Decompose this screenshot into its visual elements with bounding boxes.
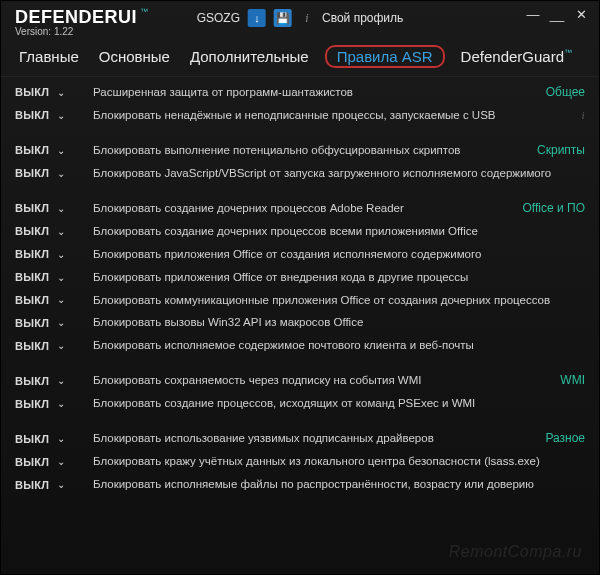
rule-toggle[interactable]: ВЫКЛ⌄: [15, 375, 83, 387]
group-label: WMI: [560, 373, 585, 387]
toggle-state-label: ВЫКЛ: [15, 248, 49, 260]
rule-toggle[interactable]: ВЫКЛ⌄: [15, 167, 83, 179]
close-icon[interactable]: ✕: [573, 7, 589, 21]
rule-toggle[interactable]: ВЫКЛ⌄: [15, 340, 83, 352]
rule-text: Блокировать вызовы Win32 API из макросов…: [93, 315, 589, 330]
toggle-state-label: ВЫКЛ: [15, 109, 49, 121]
content: ОбщееВЫКЛ⌄Расширенная защита от программ…: [1, 77, 599, 574]
toggle-state-label: ВЫКЛ: [15, 479, 49, 491]
rule-text: Расширенная защита от программ-шантажист…: [93, 85, 589, 100]
rule-group: РазноеВЫКЛ⌄Блокировать использование уяз…: [15, 427, 589, 496]
brand: DEFENDERUI ™ Version: 1.22: [15, 7, 148, 37]
chevron-down-icon: ⌄: [55, 110, 67, 121]
chevron-down-icon: ⌄: [55, 272, 67, 283]
rule-text: Блокировать исполняемое содержимое почто…: [93, 338, 589, 353]
rule-text: Блокировать создание процессов, исходящи…: [93, 396, 589, 411]
toggle-state-label: ВЫКЛ: [15, 271, 49, 283]
toggle-state-label: ВЫКЛ: [15, 317, 49, 329]
header-center: GSOZG ↓ 💾 i Свой профиль: [197, 9, 404, 27]
tab-0[interactable]: Главные: [15, 46, 83, 67]
rule-text: Блокировать исполняемые файлы по распрос…: [93, 477, 589, 492]
group-label: Office и ПО: [523, 201, 585, 215]
tabs: ГлавныеОсновныеДополнительныеПравила ASR…: [1, 39, 599, 77]
toggle-state-label: ВЫКЛ: [15, 167, 49, 179]
save-icon[interactable]: 💾: [274, 9, 292, 27]
toggle-state-label: ВЫКЛ: [15, 225, 49, 237]
rule-row: ВЫКЛ⌄Блокировать сохраняемость через под…: [15, 369, 589, 392]
chevron-down-icon: ⌄: [55, 145, 67, 156]
chevron-down-icon: ⌄: [55, 87, 67, 98]
window-controls: — __ ✕: [525, 7, 589, 21]
rule-row: ВЫКЛ⌄Блокировать ненадёжные и неподписан…: [15, 104, 589, 127]
group-label: Общее: [546, 85, 585, 99]
rule-toggle[interactable]: ВЫКЛ⌄: [15, 294, 83, 306]
toggle-state-label: ВЫКЛ: [15, 375, 49, 387]
rule-group: Office и ПОВЫКЛ⌄Блокировать создание доч…: [15, 197, 589, 358]
chevron-down-icon: ⌄: [55, 168, 67, 179]
chevron-down-icon: ⌄: [55, 375, 67, 386]
chevron-down-icon: ⌄: [55, 203, 67, 214]
minimize-icon[interactable]: —: [525, 7, 541, 21]
trademark-icon: ™: [140, 7, 148, 16]
rule-row: ВЫКЛ⌄Блокировать выполнение потенциально…: [15, 139, 589, 162]
chevron-down-icon: ⌄: [55, 317, 67, 328]
toggle-state-label: ВЫКЛ: [15, 456, 49, 468]
tab-1[interactable]: Основные: [95, 46, 174, 67]
chevron-down-icon: ⌄: [55, 456, 67, 467]
rule-text: Блокировать создание дочерних процессов …: [93, 201, 589, 216]
rule-row: ВЫКЛ⌄Блокировать коммуникационные прилож…: [15, 289, 589, 312]
profile-link[interactable]: Свой профиль: [322, 11, 403, 25]
toggle-state-label: ВЫКЛ: [15, 433, 49, 445]
rule-toggle[interactable]: ВЫКЛ⌄: [15, 144, 83, 156]
toggle-state-label: ВЫКЛ: [15, 398, 49, 410]
rule-text: Блокировать ненадёжные и неподписанные п…: [93, 108, 567, 123]
chevron-down-icon: ⌄: [55, 398, 67, 409]
rule-row: ВЫКЛ⌄Блокировать приложения Office от вн…: [15, 266, 589, 289]
chevron-down-icon: ⌄: [55, 226, 67, 237]
rule-toggle[interactable]: ВЫКЛ⌄: [15, 456, 83, 468]
download-icon[interactable]: ↓: [248, 9, 266, 27]
titlebar: DEFENDERUI ™ Version: 1.22 GSOZG ↓ 💾 i С…: [1, 1, 599, 39]
rule-toggle[interactable]: ВЫКЛ⌄: [15, 86, 83, 98]
rule-row: ВЫКЛ⌄Блокировать исполняемые файлы по ра…: [15, 473, 589, 496]
rule-toggle[interactable]: ВЫКЛ⌄: [15, 433, 83, 445]
rule-toggle[interactable]: ВЫКЛ⌄: [15, 202, 83, 214]
rule-group: СкриптыВЫКЛ⌄Блокировать выполнение потен…: [15, 139, 589, 185]
toggle-state-label: ВЫКЛ: [15, 202, 49, 214]
rule-text: Блокировать сохраняемость через подписку…: [93, 373, 589, 388]
info-icon[interactable]: i: [300, 11, 314, 25]
rule-row: ВЫКЛ⌄Блокировать кражу учётных данных из…: [15, 450, 589, 473]
tab-2[interactable]: Дополнительные: [186, 46, 313, 67]
rule-row: ВЫКЛ⌄Блокировать использование уязвимых …: [15, 427, 589, 450]
chevron-down-icon: ⌄: [55, 479, 67, 490]
trademark-icon: ™: [564, 48, 572, 57]
line-icon[interactable]: __: [549, 7, 565, 21]
watermark: RemontCompa.ru: [449, 543, 582, 561]
rule-text: Блокировать приложения Office от внедрен…: [93, 270, 589, 285]
toggle-state-label: ВЫКЛ: [15, 294, 49, 306]
version-label: Version: 1.22: [15, 26, 73, 37]
app-window: DEFENDERUI ™ Version: 1.22 GSOZG ↓ 💾 i С…: [0, 0, 600, 575]
chevron-down-icon: ⌄: [55, 433, 67, 444]
rule-row: ВЫКЛ⌄Блокировать приложения Office от со…: [15, 243, 589, 266]
rule-toggle[interactable]: ВЫКЛ⌄: [15, 248, 83, 260]
rule-row: ВЫКЛ⌄Блокировать JavaScript/VBScript от …: [15, 162, 589, 185]
rule-toggle[interactable]: ВЫКЛ⌄: [15, 398, 83, 410]
tab-3[interactable]: Правила ASR: [325, 45, 445, 68]
rule-toggle[interactable]: ВЫКЛ⌄: [15, 109, 83, 121]
rule-row: ВЫКЛ⌄Блокировать вызовы Win32 API из мак…: [15, 311, 589, 334]
tab-4[interactable]: DefenderGuard™: [457, 46, 576, 67]
rule-toggle[interactable]: ВЫКЛ⌄: [15, 317, 83, 329]
rule-text: Блокировать JavaScript/VBScript от запус…: [93, 166, 589, 181]
group-label: Скрипты: [537, 143, 585, 157]
rule-text: Блокировать приложения Office от создани…: [93, 247, 589, 262]
info-icon[interactable]: i: [577, 109, 589, 121]
toggle-state-label: ВЫКЛ: [15, 340, 49, 352]
rule-row: ВЫКЛ⌄Расширенная защита от программ-шант…: [15, 81, 589, 104]
rule-toggle[interactable]: ВЫКЛ⌄: [15, 225, 83, 237]
rule-text: Блокировать использование уязвимых подпи…: [93, 431, 589, 446]
chevron-down-icon: ⌄: [55, 340, 67, 351]
rule-row: ВЫКЛ⌄Блокировать исполняемое содержимое …: [15, 334, 589, 357]
rule-toggle[interactable]: ВЫКЛ⌄: [15, 271, 83, 283]
rule-toggle[interactable]: ВЫКЛ⌄: [15, 479, 83, 491]
